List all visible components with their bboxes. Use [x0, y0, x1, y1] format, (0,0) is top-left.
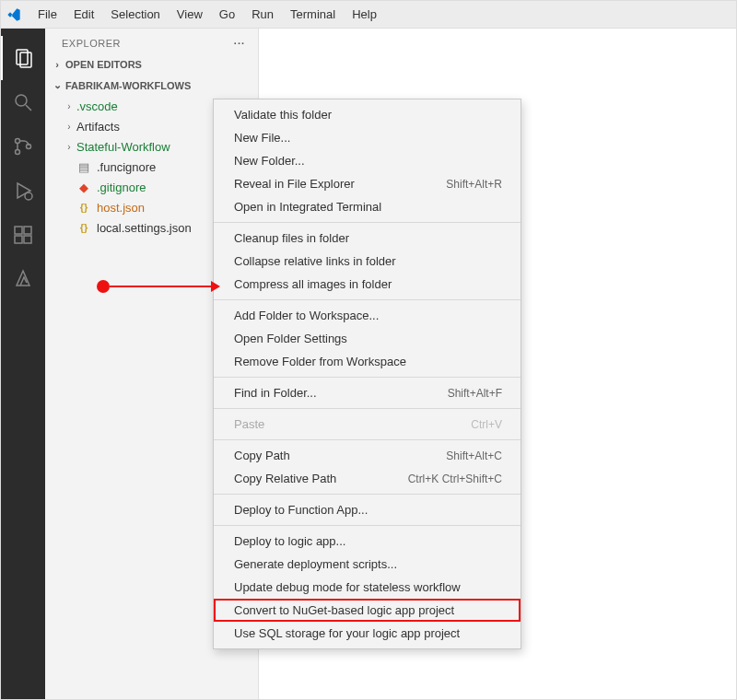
context-menu-separator [214, 299, 521, 300]
context-menu-item[interactable]: Validate this folder [214, 103, 521, 126]
menu-go[interactable]: Go [212, 4, 242, 25]
workspace-label: FABRIKAM-WORKFLOWS [65, 80, 191, 91]
context-menu-label: Cleanup files in folder [234, 231, 349, 245]
chevron-right-icon: › [64, 101, 75, 111]
menu-help[interactable]: Help [345, 4, 384, 25]
menu-view[interactable]: View [170, 4, 210, 25]
json-icon: {} [76, 200, 91, 215]
context-menu-shortcut: Shift+Alt+C [446, 449, 502, 462]
chevron-down-icon: ⌄ [51, 79, 64, 91]
context-menu-item[interactable]: Copy Relative PathCtrl+K Ctrl+Shift+C [214, 467, 521, 490]
context-menu-separator [214, 408, 521, 409]
chevron-right-icon: › [64, 122, 75, 132]
chevron-right-icon: › [64, 142, 75, 152]
svg-rect-10 [15, 236, 22, 243]
context-menu-label: Paste [234, 417, 264, 431]
explorer-icon[interactable] [1, 36, 45, 80]
more-actions-icon[interactable]: ··· [234, 38, 245, 49]
context-menu-item[interactable]: Collapse relative links in folder [214, 250, 521, 273]
menu-edit[interactable]: Edit [66, 4, 101, 25]
context-menu-item[interactable]: Generate deployment scripts... [214, 553, 521, 576]
run-debug-icon[interactable] [1, 169, 45, 213]
context-menu-label: Validate this folder [234, 108, 332, 122]
open-editors-section[interactable]: › OPEN EDITORS [45, 54, 258, 75]
context-menu-item[interactable]: Update debug mode for stateless workflow [214, 576, 521, 599]
menu-run[interactable]: Run [244, 4, 281, 25]
svg-point-8 [25, 192, 32, 200]
context-menu-item[interactable]: Find in Folder...Shift+Alt+F [214, 381, 521, 404]
file-icon: ▤ [76, 159, 91, 174]
context-menu-item[interactable]: Copy PathShift+Alt+C [214, 444, 521, 467]
source-control-icon[interactable] [1, 124, 45, 169]
context-menu-item[interactable]: Cleanup files in folder [214, 227, 521, 250]
annotation-arrow [97, 280, 220, 293]
context-menu-separator [214, 377, 521, 378]
context-menu-label: Reveal in File Explorer [234, 177, 355, 191]
sidebar-title: EXPLORER [62, 38, 121, 49]
context-menu-label: Open Folder Settings [234, 332, 347, 345]
context-menu-item[interactable]: Convert to NuGet-based logic app project [214, 599, 521, 622]
activity-bar [1, 29, 45, 699]
sidebar-header: EXPLORER ··· [45, 29, 258, 54]
context-menu-item[interactable]: Reveal in File ExplorerShift+Alt+R [214, 172, 521, 195]
context-menu-label: Find in Folder... [234, 386, 317, 400]
context-menu-item[interactable]: New File... [214, 126, 521, 149]
svg-point-2 [16, 95, 27, 106]
context-menu-label: Deploy to Function App... [234, 503, 368, 517]
json-icon: {} [76, 220, 91, 235]
context-menu-item[interactable]: Open Folder Settings [214, 327, 521, 350]
arrow-head-icon [211, 281, 220, 292]
context-menu-label: Deploy to logic app... [234, 534, 345, 548]
svg-point-4 [16, 139, 20, 144]
context-menu-separator [214, 494, 521, 495]
context-menu-shortcut: Shift+Alt+F [448, 387, 502, 400]
context-menu-shortcut: Ctrl+K Ctrl+Shift+C [408, 472, 502, 485]
context-menu-label: Copy Path [234, 449, 290, 462]
context-menu-label: Update debug mode for stateless workflow [234, 580, 461, 594]
svg-line-3 [26, 105, 31, 111]
context-menu-label: New Folder... [234, 154, 305, 168]
git-icon: ◆ [76, 180, 91, 194]
context-menu-separator [214, 439, 521, 440]
context-menu-item[interactable]: Remove Folder from Workspace [214, 350, 521, 373]
context-menu-shortcut: Shift+Alt+R [446, 178, 502, 191]
menu-file[interactable]: File [30, 4, 64, 25]
context-menu-separator [214, 525, 521, 526]
context-menu-label: Generate deployment scripts... [234, 557, 397, 571]
context-menu-label: New File... [234, 131, 290, 145]
context-menu-label: Collapse relative links in folder [234, 254, 396, 268]
menu-selection[interactable]: Selection [103, 4, 167, 25]
svg-point-5 [16, 150, 20, 155]
context-menu: Validate this folderNew File...New Folde… [213, 99, 521, 649]
extensions-icon[interactable] [1, 213, 45, 257]
context-menu-separator [214, 222, 521, 223]
context-menu-item[interactable]: Add Folder to Workspace... [214, 304, 521, 327]
search-icon[interactable] [1, 80, 45, 124]
context-menu-label: Add Folder to Workspace... [234, 309, 379, 322]
vscode-logo-icon [6, 7, 21, 22]
menu-terminal[interactable]: Terminal [283, 4, 343, 25]
context-menu-label: Use SQL storage for your logic app proje… [234, 626, 460, 640]
context-menu-item: PasteCtrl+V [214, 413, 521, 436]
arrow-line-icon [110, 286, 211, 287]
workspace-header[interactable]: ⌄ FABRIKAM-WORKFLOWS [45, 76, 258, 94]
context-menu-item[interactable]: Use SQL storage for your logic app proje… [214, 622, 521, 645]
open-editors-label: OPEN EDITORS [65, 59, 142, 70]
context-menu-label: Convert to NuGet-based logic app project [234, 603, 454, 617]
context-menu-item[interactable]: Open in Integrated Terminal [214, 195, 521, 218]
arrow-dot-icon [97, 280, 110, 293]
context-menu-label: Compress all images in folder [234, 277, 392, 291]
svg-marker-7 [18, 183, 30, 198]
context-menu-item[interactable]: Deploy to logic app... [214, 530, 521, 553]
svg-rect-9 [15, 227, 22, 234]
context-menu-item[interactable]: Compress all images in folder [214, 273, 521, 296]
chevron-right-icon: › [51, 59, 64, 70]
context-menu-shortcut: Ctrl+V [471, 418, 502, 431]
context-menu-item[interactable]: New Folder... [214, 149, 521, 172]
context-menu-label: Remove Folder from Workspace [234, 355, 406, 368]
azure-icon[interactable] [1, 257, 45, 301]
context-menu-label: Open in Integrated Terminal [234, 200, 381, 214]
svg-rect-11 [24, 236, 31, 243]
menubar: File Edit Selection View Go Run Terminal… [1, 1, 736, 29]
context-menu-item[interactable]: Deploy to Function App... [214, 498, 521, 521]
